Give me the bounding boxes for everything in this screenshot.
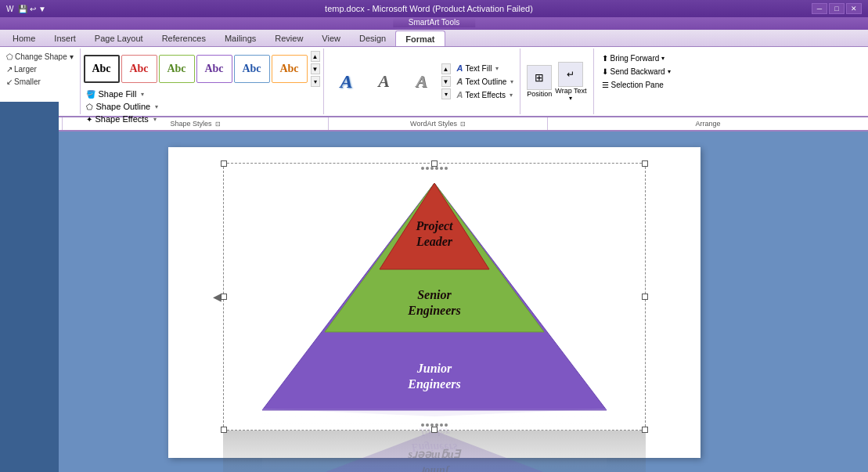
document-page: ◀ Project Leader Senior Engineers xyxy=(168,147,701,458)
dot xyxy=(440,167,443,170)
top-label: Project xyxy=(415,219,453,233)
tab-design[interactable]: Design xyxy=(350,31,395,46)
document-area: ◀ Project Leader Senior Engineers xyxy=(0,132,868,472)
position-button[interactable]: ⊞ Position xyxy=(527,65,552,98)
shape-styles-scroll-more[interactable]: ▾ xyxy=(311,76,320,87)
text-effects-label: Text Effects xyxy=(465,91,506,99)
smaller-label: Smaller xyxy=(14,77,41,86)
smartart-tools-banner: SmartArt Tools xyxy=(0,17,868,30)
handle-mid-left[interactable] xyxy=(221,294,227,300)
shape-style-default[interactable]: Abc xyxy=(84,55,120,83)
shape-style-orange[interactable]: Abc xyxy=(272,55,308,83)
reflection-area: sɹǝǝuıƃuƎ ɹoıunſ xyxy=(223,431,646,472)
larger-button[interactable]: ↗ Larger xyxy=(5,64,75,74)
title-bar-title: temp.docx - Microsoft Word (Product Acti… xyxy=(325,4,533,13)
smaller-button[interactable]: ↙ Smaller xyxy=(5,77,75,87)
handle-top-center[interactable] xyxy=(431,160,438,167)
minimize-button[interactable]: ─ xyxy=(812,3,827,14)
ribbon-section-labels: Shape Styles ⊡ WordArt Styles ⊡ Arrange xyxy=(0,117,868,132)
title-bar: W 💾 ↩ ▼ temp.docx - Microsoft Word (Prod… xyxy=(0,0,868,17)
wordart-scroll-up[interactable]: ▲ xyxy=(441,63,451,74)
shape-outline-icon: ⬠ xyxy=(86,103,93,111)
handle-bot-left[interactable] xyxy=(221,427,227,433)
tab-view[interactable]: View xyxy=(312,31,350,46)
selection-pane-button[interactable]: ☰ Selection Pane xyxy=(600,80,672,90)
wordart-styles-expand[interactable]: ⊡ xyxy=(460,121,466,128)
shape-outline-arrow: ▾ xyxy=(155,103,158,110)
text-effects-button[interactable]: A Text Effects ▾ xyxy=(456,89,516,100)
bring-forward-label: Bring Forward xyxy=(610,54,660,63)
shape-style-blue[interactable]: Abc xyxy=(234,55,270,83)
arrange-section-text: Arrange xyxy=(695,120,720,128)
tab-mailings[interactable]: Mailings xyxy=(215,31,265,46)
tab-home[interactable]: Home xyxy=(3,31,45,46)
wordart-style-3[interactable]: A xyxy=(404,67,440,95)
handle-top-right[interactable] xyxy=(642,160,648,167)
shape-outline-label: Shape Outline xyxy=(96,102,151,111)
shape-fill-label: Shape Fill xyxy=(99,89,137,99)
handle-bot-right[interactable] xyxy=(642,427,648,433)
change-shape-label: Change Shape ▾ xyxy=(15,52,74,61)
change-shape-button[interactable]: ⬠ Change Shape ▾ xyxy=(5,52,75,62)
text-fill-label: Text Fill xyxy=(465,64,492,73)
arrange-section-label: Arrange xyxy=(548,117,868,130)
dot xyxy=(435,167,438,170)
position-icon: ⊞ xyxy=(527,65,552,90)
wrap-text-icon: ↵ xyxy=(558,62,583,87)
wordart-scroll-more[interactable]: ▾ xyxy=(441,88,451,99)
wordart-styles-section: A A A ▲ ▼ ▾ A Text Fill ▾ A Text Outline… xyxy=(324,49,521,114)
wordart-scroll-down[interactable]: ▼ xyxy=(441,76,451,87)
dot xyxy=(421,423,424,427)
title-bar-left: W 💾 ↩ ▼ xyxy=(6,5,46,13)
close-button[interactable]: ✕ xyxy=(846,3,862,14)
text-outline-label: Text Outline xyxy=(465,77,506,86)
bring-forward-icon: ⬆ xyxy=(602,54,608,63)
pyramid-svg: Project Leader Senior Engineers Junior E… xyxy=(247,175,622,418)
smaller-icon: ↙ xyxy=(6,77,13,86)
ribbon-tabs: Home Insert Page Layout References Maili… xyxy=(0,30,868,47)
tab-review[interactable]: Review xyxy=(265,31,312,46)
shape-styles-scroll-down[interactable]: ▼ xyxy=(311,63,320,74)
send-backward-arrow: ▾ xyxy=(668,68,671,75)
quick-access: 💾 ↩ ▼ xyxy=(18,5,45,13)
handle-bot-center[interactable] xyxy=(431,427,438,433)
shape-outline-button[interactable]: ⬠ Shape Outline ▾ xyxy=(84,101,320,112)
title-bar-controls: ─ □ ✕ xyxy=(812,3,862,14)
bring-forward-arrow: ▾ xyxy=(661,55,665,62)
dot xyxy=(430,167,434,170)
shape-style-green[interactable]: Abc xyxy=(159,55,195,83)
text-fill-button[interactable]: A Text Fill ▾ xyxy=(456,63,516,74)
wordart-style-2[interactable]: A xyxy=(366,67,402,95)
send-backward-button[interactable]: ⬇ Send Backward ▾ xyxy=(600,67,672,77)
reflection-full-svg: sɹǝǝuıƃuƎ ɹoıunſ xyxy=(223,431,646,472)
dot xyxy=(445,167,448,170)
tab-format[interactable]: Format xyxy=(395,31,445,46)
shape-styles-scroll: ▲ ▼ ▾ xyxy=(311,51,320,87)
shape-style-purple[interactable]: Abc xyxy=(196,55,232,83)
tab-references[interactable]: References xyxy=(153,31,215,46)
refl-text-junior: ɹoıunſ xyxy=(419,464,449,472)
wordart-styles-label: WordArt Styles ⊡ xyxy=(329,117,548,130)
dot xyxy=(445,423,448,427)
shape-styles-section-label: Shape Styles xyxy=(170,120,211,128)
refl-text-engineers: sɹǝǝuıƃuƎ xyxy=(407,449,462,460)
shape-styles-scroll-up[interactable]: ▲ xyxy=(311,51,320,62)
handle-top-left[interactable] xyxy=(221,160,227,167)
tab-insert[interactable]: Insert xyxy=(45,31,85,46)
dot xyxy=(426,423,429,427)
bring-forward-button[interactable]: ⬆ Bring Forward ▾ xyxy=(600,53,672,63)
smartart-frame[interactable]: ◀ Project Leader Senior Engineers xyxy=(223,163,646,431)
text-effects-arrow: ▾ xyxy=(510,92,513,99)
wrap-text-button[interactable]: ↵ Wrap Text ▾ xyxy=(555,62,586,102)
shape-styles-expand[interactable]: ⊡ xyxy=(215,121,221,128)
shape-fill-button[interactable]: 🪣 Shape Fill ▾ xyxy=(84,88,320,99)
top-drag-handle[interactable] xyxy=(421,167,448,170)
maximize-button[interactable]: □ xyxy=(829,3,845,14)
handle-mid-right[interactable] xyxy=(642,294,648,300)
wordart-style-1[interactable]: A xyxy=(329,67,365,95)
dot xyxy=(421,167,424,170)
text-outline-button[interactable]: A Text Outline ▾ xyxy=(456,76,516,87)
bottom-label: Junior xyxy=(416,362,452,375)
shape-style-red[interactable]: Abc xyxy=(121,55,157,83)
tab-page-layout[interactable]: Page Layout xyxy=(85,31,153,46)
